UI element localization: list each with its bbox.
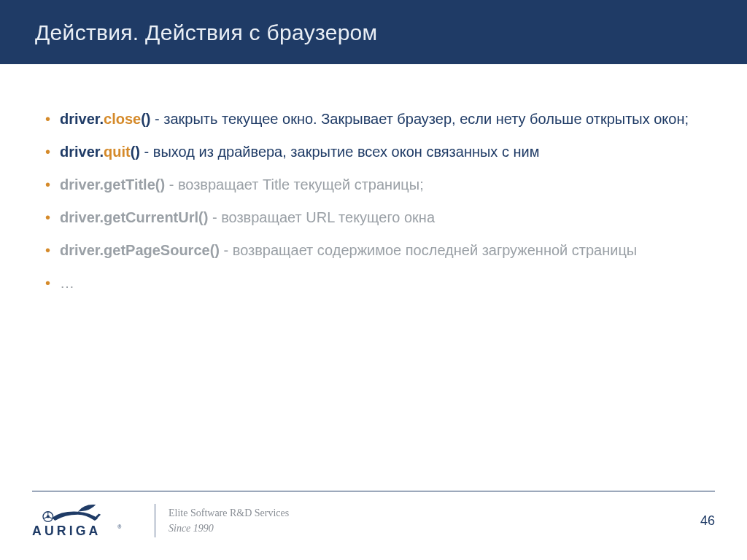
list-item: driver.getTitle() - возвращает Title тек… — [44, 174, 703, 196]
brand-tagline: Elite Software R&D Services Since 1990 — [169, 505, 289, 536]
footer-divider — [155, 504, 155, 537]
item-text: - возвращает URL текущего окна — [208, 209, 435, 225]
footer-row: AURIGA ® Elite Software R&D Services Sin… — [32, 502, 715, 540]
slide: Действия. Действия с браузером driver.cl… — [0, 0, 747, 560]
list-item: driver.quit() - выход из драйвера, закры… — [44, 141, 703, 163]
brand-name-text: AURIGA — [32, 524, 101, 538]
tagline-line2: Since 1990 — [169, 521, 289, 536]
item-text: … — [60, 275, 74, 291]
list-item: driver.getCurrentUrl() - возвращает URL … — [44, 206, 703, 229]
code-accent: close — [104, 111, 141, 127]
list-item: driver.close() - закрыть текущее окно. З… — [44, 108, 703, 131]
slide-footer: AURIGA ® Elite Software R&D Services Sin… — [0, 491, 747, 560]
code-prefix: driver.getTitle() — [60, 176, 165, 192]
brand-block: AURIGA ® Elite Software R&D Services Sin… — [32, 502, 289, 540]
item-text: - возвращает Title текущей страницы; — [165, 176, 424, 192]
slide-body: driver.close() - закрыть текущее окно. З… — [0, 64, 747, 560]
item-text: - выход из драйвера, закрытие всех окон … — [140, 144, 539, 160]
footer-rule — [32, 491, 715, 491]
list-item: driver.getPageSource() - возвращает соде… — [44, 239, 703, 262]
code-prefix: driver. — [60, 144, 104, 160]
slide-title: Действия. Действия с браузером — [0, 0, 747, 64]
item-text: - возвращает содержимое последней загруж… — [220, 242, 637, 258]
code-prefix: driver.getPageSource() — [60, 242, 220, 258]
page-number: 46 — [700, 513, 715, 529]
svg-text:®: ® — [117, 524, 121, 529]
item-text: - закрыть текущее окно. Закрывает браузе… — [151, 111, 689, 127]
bullet-list: driver.close() - закрыть текущее окно. З… — [44, 108, 703, 295]
tagline-line1: Elite Software R&D Services — [169, 505, 289, 521]
code-accent: quit — [104, 144, 131, 160]
code-prefix: driver.getCurrentUrl() — [60, 209, 208, 225]
code-suffix: () — [141, 111, 150, 127]
auriga-logo-icon: AURIGA ® — [32, 502, 142, 540]
list-item: … — [44, 272, 703, 295]
code-suffix: () — [131, 144, 140, 160]
code-prefix: driver. — [60, 111, 104, 127]
